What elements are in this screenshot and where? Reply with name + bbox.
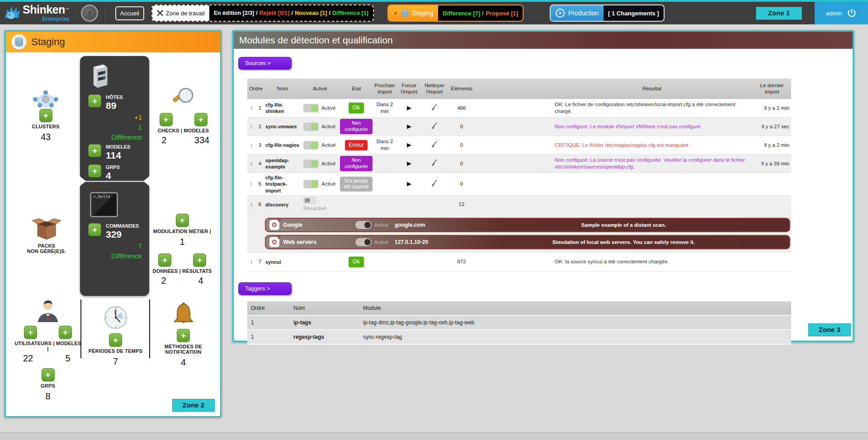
force-import-cell: ▶ [396, 179, 422, 189]
drag-handle-icon[interactable]: ↕ [247, 179, 255, 189]
drag-handle-icon[interactable]: ↕ [247, 122, 255, 132]
rule-name: Web servers [283, 239, 355, 245]
add-check-button[interactable]: + [160, 113, 173, 126]
toggle-label: Activé [321, 181, 335, 187]
plus-icon: + [198, 115, 203, 124]
workzone-counter: / [256, 10, 257, 16]
source-state-cell: Non configurée [340, 154, 373, 173]
staging-counters[interactable]: Différence [7] /Proposé [1] [438, 5, 523, 21]
notification-methods-block[interactable]: + MÉTHODES DE NOTIFICATION 4 [151, 302, 216, 368]
shinken-logo[interactable]: Shinken™ Enterprise [4, 4, 69, 22]
enable-toggle[interactable] [303, 197, 316, 204]
commands-row[interactable]: + COMMANDES 329 [80, 221, 149, 241]
modulation-block[interactable]: + MODULATION MÉTIER | 1 [148, 214, 216, 247]
gears-icon: ⚙⚙ [269, 220, 279, 230]
result-spacer [476, 261, 551, 263]
status-badge: Ok [349, 257, 364, 267]
staging-dropdown-button[interactable]: ▼ Staging [388, 5, 438, 21]
timeperiods-block[interactable]: + PÉRIODES DE TEMPS 7 [85, 305, 146, 367]
clean-import-button[interactable] [431, 182, 438, 187]
staging-group: ▼ Staging Différence [7] /Proposé [1] [387, 5, 524, 22]
drag-handle-icon[interactable]: ↕ [247, 103, 255, 113]
hosts-row[interactable]: + HÔTES 89 [80, 92, 149, 112]
last-import: Il y a 39 min [753, 159, 791, 169]
drag-handle-icon[interactable]: ↕ [247, 159, 255, 169]
enable-toggle[interactable] [355, 221, 372, 229]
drag-handle-icon[interactable]: ↕ [247, 199, 255, 210]
add-check-model-button[interactable]: + [194, 113, 208, 126]
force-import-button[interactable]: ▶ [407, 104, 411, 111]
tools-icon [157, 10, 163, 16]
add-host-model-button[interactable]: + [88, 144, 101, 157]
source-state-cell: Ok [340, 255, 373, 269]
modules-panel-body: Sources > OrdreNomActivéÉtatProchain imp… [234, 49, 853, 345]
add-command-button[interactable]: + [88, 223, 101, 236]
elements-count: 486 [447, 103, 476, 113]
workzone-button[interactable]: Zone de travail [152, 5, 209, 21]
production-changes[interactable]: [ 1 Changements ] [604, 5, 664, 21]
add-modulation-button[interactable]: + [176, 214, 189, 227]
source-order: 5 [255, 179, 264, 189]
clean-import-button[interactable] [431, 106, 438, 112]
add-notification-method-button[interactable]: + [177, 329, 190, 342]
add-cluster-button[interactable]: + [39, 109, 52, 122]
add-host-group-button[interactable]: + [88, 164, 101, 178]
force-import-button[interactable]: ▶ [407, 141, 411, 148]
enable-toggle[interactable] [303, 141, 319, 150]
results-count: 4 [194, 276, 208, 286]
add-user-group-button[interactable]: + [42, 368, 55, 381]
discovery-subrows: ⚙⚙GoogleActivégoogle.comSample example o… [247, 214, 791, 253]
tagger-order: 1 [247, 332, 290, 342]
host-groups-row[interactable]: + GRPS 4 [80, 162, 149, 183]
commands-diff-label: Différence [80, 251, 142, 261]
add-user-button[interactable]: + [24, 326, 37, 339]
enable-toggle[interactable] [355, 238, 372, 246]
clean-import-button[interactable] [431, 162, 438, 167]
clean-import-button[interactable] [431, 143, 438, 149]
tagger-name: ip-tags [290, 318, 359, 328]
checks-block[interactable]: + + CHECKS | MODELES 2 334 [153, 86, 214, 145]
source-name: cfg-file-testpack-import [264, 173, 301, 195]
scroll-top-button[interactable]: ↑ [81, 5, 98, 22]
sources-table: OrdreNomActivéÉtatProchain importForcer … [247, 79, 791, 271]
enable-toggle[interactable] [303, 180, 319, 188]
clusters-block[interactable]: + CLUSTERS 43 [19, 88, 72, 142]
source-row: ↕4openldap-exampleActivéNon configurée▶0… [247, 154, 791, 173]
host-models-row[interactable]: + MODELES 114 [80, 142, 149, 162]
toggle-label: Activé [374, 239, 388, 245]
add-user-model-button[interactable]: + [59, 326, 72, 339]
home-button[interactable]: Accueil [115, 6, 144, 20]
taggers-section-button[interactable]: Taggers > [238, 282, 292, 295]
admin-menu[interactable]: admin [815, 2, 868, 24]
packs-block[interactable]: PACKS NON GÉRÉ(E)S. [19, 216, 74, 254]
add-timeperiod-button[interactable]: + [109, 333, 122, 346]
enable-toggle[interactable] [303, 104, 319, 112]
workzone-counters[interactable]: En édition [2/3]/Rejeté [0/1]/Nouveau [1… [209, 5, 373, 21]
force-import-button[interactable]: ▶ [407, 180, 411, 187]
add-data-button[interactable]: + [158, 253, 171, 267]
result-cell: Non configuré: La source n'est pas confi… [551, 155, 753, 172]
users-block[interactable]: + + UTILISATEURS | MODELES | 22 5 + GRPS… [14, 300, 82, 402]
modulation-count: 1 [179, 237, 184, 247]
production-label: Production [568, 9, 599, 17]
production-button[interactable]: > Production [551, 5, 604, 21]
workzone-counter: / [291, 10, 292, 16]
add-result-button[interactable]: + [193, 253, 206, 267]
enable-toggle[interactable] [303, 122, 319, 131]
data-results-block[interactable]: + + DONNÉES | RÉSULTATS 2 4 [148, 253, 216, 286]
source-row: ↕3cfg-file-nagiosActivéErreurDans 2 min▶… [247, 136, 791, 154]
toggle-label: Activé [321, 123, 335, 130]
force-import-button[interactable]: ▶ [407, 160, 411, 167]
add-host-button[interactable]: + [88, 94, 101, 108]
clean-import-cell [422, 102, 447, 114]
power-icon[interactable] [847, 8, 857, 18]
clean-import-button[interactable] [431, 125, 438, 130]
result-text: CRITIQUE: Le fichier /etc/nagios/nagios.… [555, 142, 688, 148]
drag-handle-icon[interactable]: ↕ [247, 257, 255, 267]
sources-section-button[interactable]: Sources > [238, 57, 292, 70]
enable-toggle[interactable] [303, 159, 319, 168]
drag-handle-icon[interactable]: ↕ [247, 140, 255, 150]
source-row: ↕2sync-vmwareActivéNon configurée▶0Non c… [247, 117, 791, 136]
user-models-count: 5 [61, 353, 75, 364]
force-import-button[interactable]: ▶ [407, 123, 411, 130]
